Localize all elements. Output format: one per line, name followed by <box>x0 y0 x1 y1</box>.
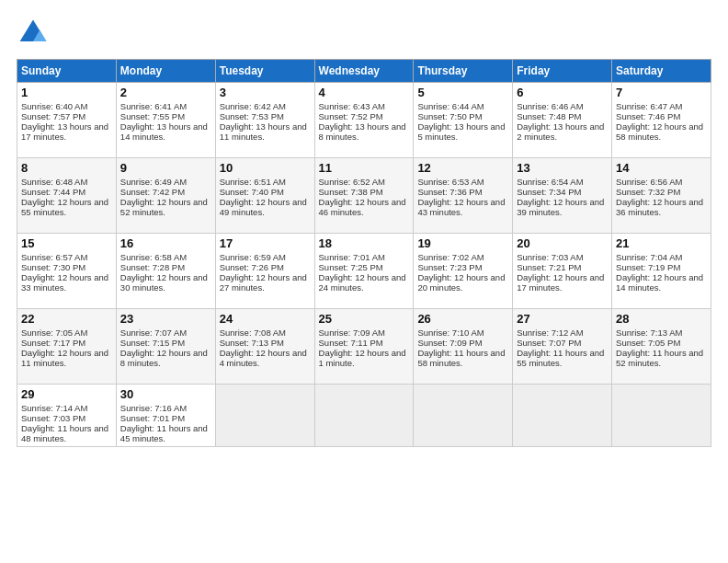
daylight: Daylight: 12 hours and 58 minutes. <box>616 121 703 142</box>
table-row: 23Sunrise: 7:07 AMSunset: 7:15 PMDayligh… <box>116 309 215 385</box>
day-number: 28 <box>616 312 707 326</box>
sunrise: Sunrise: 7:16 AM <box>120 403 187 413</box>
table-row: 9Sunrise: 6:49 AMSunset: 7:42 PMDaylight… <box>116 158 215 234</box>
day-number: 2 <box>120 86 211 99</box>
day-number: 12 <box>417 161 508 175</box>
sunset: Sunset: 7:30 PM <box>21 262 85 272</box>
table-row <box>215 385 314 447</box>
header-saturday: Saturday <box>612 60 711 83</box>
header-thursday: Thursday <box>414 60 513 83</box>
logo-icon <box>17 17 50 50</box>
table-row: 5Sunrise: 6:44 AMSunset: 7:50 PMDaylight… <box>414 83 513 158</box>
table-row: 2Sunrise: 6:41 AMSunset: 7:55 PMDaylight… <box>116 83 215 158</box>
sunset: Sunset: 7:05 PM <box>616 338 680 348</box>
table-row: 21Sunrise: 7:04 AMSunset: 7:19 PMDayligh… <box>612 234 711 309</box>
table-row: 26Sunrise: 7:10 AMSunset: 7:09 PMDayligh… <box>414 309 513 385</box>
daylight: Daylight: 12 hours and 17 minutes. <box>517 272 604 293</box>
sunset: Sunset: 7:53 PM <box>220 111 284 121</box>
day-number: 29 <box>21 387 112 401</box>
sunset: Sunset: 7:32 PM <box>616 187 680 197</box>
sunrise: Sunrise: 7:08 AM <box>220 327 286 338</box>
table-row: 14Sunrise: 6:56 AMSunset: 7:32 PMDayligh… <box>612 158 711 234</box>
daylight: Daylight: 13 hours and 2 minutes. <box>517 121 604 142</box>
sunrise: Sunrise: 6:47 AM <box>616 101 682 111</box>
sunset: Sunset: 7:13 PM <box>220 338 284 348</box>
daylight: Daylight: 12 hours and 33 minutes. <box>21 272 108 293</box>
day-number: 5 <box>417 86 508 99</box>
sunset: Sunset: 7:40 PM <box>220 187 284 197</box>
table-row: 29Sunrise: 7:14 AMSunset: 7:03 PMDayligh… <box>17 385 117 447</box>
day-number: 16 <box>120 236 211 250</box>
daylight: Daylight: 12 hours and 1 minute. <box>319 348 406 368</box>
table-row: 3Sunrise: 6:42 AMSunset: 7:53 PMDaylight… <box>215 83 314 158</box>
calendar-table: Sunday Monday Tuesday Wednesday Thursday… <box>17 59 711 447</box>
table-row: 7Sunrise: 6:47 AMSunset: 7:46 PMDaylight… <box>612 83 711 158</box>
page: Sunday Monday Tuesday Wednesday Thursday… <box>0 0 728 563</box>
sunrise: Sunrise: 6:44 AM <box>417 101 483 111</box>
sunrise: Sunrise: 6:41 AM <box>120 101 187 111</box>
daylight: Daylight: 12 hours and 43 minutes. <box>417 197 505 217</box>
daylight: Daylight: 12 hours and 20 minutes. <box>417 272 505 293</box>
header-row: Sunday Monday Tuesday Wednesday Thursday… <box>17 60 711 83</box>
day-number: 9 <box>120 161 211 175</box>
day-number: 24 <box>220 312 311 326</box>
sunrise: Sunrise: 7:12 AM <box>517 327 583 338</box>
sunrise: Sunrise: 6:59 AM <box>220 252 286 262</box>
sunset: Sunset: 7:03 PM <box>21 413 85 423</box>
header <box>17 17 711 50</box>
sunrise: Sunrise: 6:52 AM <box>319 177 385 187</box>
day-number: 17 <box>220 236 311 250</box>
sunrise: Sunrise: 6:40 AM <box>21 101 87 111</box>
daylight: Daylight: 12 hours and 52 minutes. <box>120 197 208 217</box>
header-tuesday: Tuesday <box>215 60 314 83</box>
day-number: 27 <box>517 312 608 326</box>
sunset: Sunset: 7:57 PM <box>21 111 85 121</box>
table-row: 16Sunrise: 6:58 AMSunset: 7:28 PMDayligh… <box>116 234 215 309</box>
sunset: Sunset: 7:34 PM <box>517 187 581 197</box>
sunrise: Sunrise: 7:03 AM <box>517 252 583 262</box>
sunset: Sunset: 7:42 PM <box>120 187 185 197</box>
day-number: 23 <box>120 312 211 326</box>
table-row: 11Sunrise: 6:52 AMSunset: 7:38 PMDayligh… <box>314 158 414 234</box>
day-number: 10 <box>220 161 311 175</box>
daylight: Daylight: 12 hours and 46 minutes. <box>319 197 406 217</box>
day-number: 20 <box>517 236 608 250</box>
daylight: Daylight: 12 hours and 4 minutes. <box>220 348 307 368</box>
sunset: Sunset: 7:19 PM <box>616 262 680 272</box>
day-number: 7 <box>616 86 707 99</box>
daylight: Daylight: 12 hours and 8 minutes. <box>120 348 208 368</box>
sunrise: Sunrise: 6:56 AM <box>616 177 682 187</box>
day-number: 15 <box>21 236 112 250</box>
daylight: Daylight: 12 hours and 49 minutes. <box>220 197 307 217</box>
daylight: Daylight: 13 hours and 5 minutes. <box>417 121 505 142</box>
table-row: 12Sunrise: 6:53 AMSunset: 7:36 PMDayligh… <box>414 158 513 234</box>
daylight: Daylight: 12 hours and 30 minutes. <box>120 272 208 293</box>
daylight: Daylight: 13 hours and 14 minutes. <box>120 121 208 142</box>
sunset: Sunset: 7:36 PM <box>417 187 482 197</box>
daylight: Daylight: 12 hours and 39 minutes. <box>517 197 604 217</box>
daylight: Daylight: 13 hours and 11 minutes. <box>220 121 307 142</box>
table-row <box>513 385 612 447</box>
day-number: 3 <box>220 86 311 99</box>
day-number: 1 <box>21 86 112 99</box>
sunset: Sunset: 7:52 PM <box>319 111 383 121</box>
sunrise: Sunrise: 7:01 AM <box>319 252 385 262</box>
sunset: Sunset: 7:26 PM <box>220 262 284 272</box>
sunset: Sunset: 7:50 PM <box>417 111 482 121</box>
sunrise: Sunrise: 6:57 AM <box>21 252 87 262</box>
sunset: Sunset: 7:01 PM <box>120 413 185 423</box>
sunrise: Sunrise: 7:05 AM <box>21 327 87 338</box>
sunset: Sunset: 7:46 PM <box>616 111 680 121</box>
day-number: 21 <box>616 236 707 250</box>
sunrise: Sunrise: 6:46 AM <box>517 101 583 111</box>
table-row: 20Sunrise: 7:03 AMSunset: 7:21 PMDayligh… <box>513 234 612 309</box>
sunrise: Sunrise: 7:04 AM <box>616 252 682 262</box>
sunset: Sunset: 7:11 PM <box>319 338 383 348</box>
daylight: Daylight: 13 hours and 17 minutes. <box>21 121 108 142</box>
sunset: Sunset: 7:09 PM <box>417 338 482 348</box>
header-sunday: Sunday <box>17 60 117 83</box>
daylight: Daylight: 12 hours and 14 minutes. <box>616 272 703 293</box>
daylight: Daylight: 11 hours and 55 minutes. <box>517 348 604 368</box>
sunrise: Sunrise: 7:10 AM <box>417 327 483 338</box>
table-row: 25Sunrise: 7:09 AMSunset: 7:11 PMDayligh… <box>314 309 414 385</box>
